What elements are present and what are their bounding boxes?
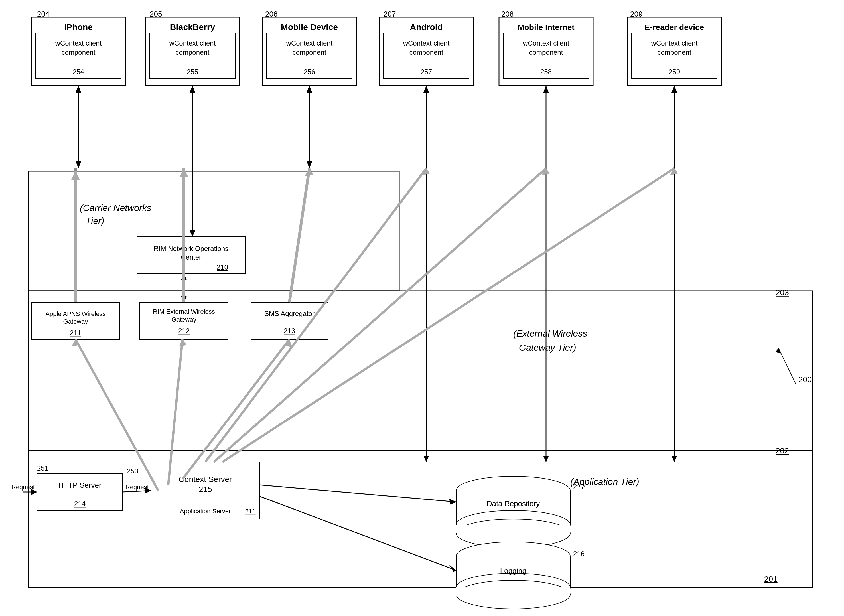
svg-text:Mobile Device: Mobile Device xyxy=(281,22,338,32)
svg-marker-108 xyxy=(423,85,429,93)
svg-text:HTTP Server: HTTP Server xyxy=(58,481,101,489)
svg-text:Apple APNS Wireless: Apple APNS Wireless xyxy=(45,310,106,317)
diagram-container: (Carrier Networks Tier) (External Wirele… xyxy=(0,0,844,616)
svg-text:(External Wireless: (External Wireless xyxy=(513,328,587,339)
svg-text:wContext client: wContext client xyxy=(651,40,698,47)
svg-text:213: 213 xyxy=(284,327,295,334)
svg-text:component: component xyxy=(62,48,95,56)
svg-text:214: 214 xyxy=(74,500,85,507)
diagram-svg: (Carrier Networks Tier) (External Wirele… xyxy=(0,0,844,616)
svg-marker-98 xyxy=(76,161,81,168)
svg-marker-13 xyxy=(775,348,781,353)
svg-text:211: 211 xyxy=(245,507,256,515)
svg-text:Tier): Tier) xyxy=(85,216,104,226)
svg-marker-101 xyxy=(190,230,195,237)
svg-marker-102 xyxy=(190,85,195,93)
svg-marker-111 xyxy=(543,85,549,93)
svg-text:206: 206 xyxy=(265,10,277,18)
svg-marker-113 xyxy=(671,456,677,462)
svg-text:wContext client: wContext client xyxy=(523,40,569,47)
svg-marker-124 xyxy=(305,168,313,176)
svg-text:wContext client: wContext client xyxy=(403,40,450,47)
svg-marker-128 xyxy=(179,339,187,346)
svg-line-125 xyxy=(76,339,158,490)
svg-line-137 xyxy=(259,485,456,502)
svg-line-139 xyxy=(259,496,456,571)
svg-text:200: 200 xyxy=(799,375,812,384)
svg-line-131 xyxy=(205,168,426,462)
svg-text:Gateway: Gateway xyxy=(171,316,196,323)
svg-text:204: 204 xyxy=(37,10,49,18)
svg-text:209: 209 xyxy=(630,10,642,18)
svg-marker-110 xyxy=(543,456,549,462)
svg-marker-105 xyxy=(306,85,312,93)
svg-text:component: component xyxy=(529,48,563,56)
svg-text:BlackBerry: BlackBerry xyxy=(170,22,215,32)
svg-text:component: component xyxy=(176,48,210,56)
svg-text:210: 210 xyxy=(217,263,228,271)
svg-text:wContext client: wContext client xyxy=(55,40,102,47)
svg-text:203: 203 xyxy=(775,288,789,297)
svg-text:254: 254 xyxy=(73,68,84,76)
svg-text:Android: Android xyxy=(410,22,443,32)
svg-text:208: 208 xyxy=(501,10,514,18)
svg-text:component: component xyxy=(293,48,327,56)
svg-marker-107 xyxy=(423,456,429,462)
svg-text:215: 215 xyxy=(199,485,212,494)
svg-text:RIM Network Operations: RIM Network Operations xyxy=(154,245,229,252)
svg-text:Application Server: Application Server xyxy=(180,507,231,515)
svg-text:wContext client: wContext client xyxy=(169,40,216,47)
svg-text:Data Repository: Data Repository xyxy=(487,499,540,508)
svg-text:258: 258 xyxy=(540,68,552,76)
svg-text:255: 255 xyxy=(187,68,198,76)
svg-text:component: component xyxy=(409,48,443,56)
svg-text:E-reader device: E-reader device xyxy=(645,23,704,32)
svg-text:256: 256 xyxy=(304,68,315,76)
svg-text:217: 217 xyxy=(573,483,585,490)
svg-text:Mobile Internet: Mobile Internet xyxy=(517,23,574,32)
svg-text:257: 257 xyxy=(421,68,432,76)
svg-text:Request: Request xyxy=(12,483,35,490)
svg-text:259: 259 xyxy=(669,68,680,76)
svg-text:wContext client: wContext client xyxy=(286,40,333,47)
svg-text:205: 205 xyxy=(150,10,162,18)
svg-marker-120 xyxy=(71,171,80,180)
svg-text:component: component xyxy=(658,48,692,56)
svg-marker-114 xyxy=(671,85,677,93)
svg-text:Logging: Logging xyxy=(500,566,527,575)
svg-text:(Carrier Networks: (Carrier Networks xyxy=(80,203,151,213)
svg-rect-85 xyxy=(456,525,570,533)
svg-text:216: 216 xyxy=(573,550,585,557)
svg-text:Context Server: Context Server xyxy=(179,475,232,484)
svg-text:Request: Request xyxy=(126,483,149,490)
svg-rect-94 xyxy=(456,588,570,596)
svg-marker-99 xyxy=(76,85,81,93)
svg-marker-104 xyxy=(306,161,312,168)
svg-line-123 xyxy=(289,168,309,302)
svg-marker-138 xyxy=(449,499,456,505)
svg-marker-122 xyxy=(180,168,188,177)
svg-text:RIM External Wireless: RIM External Wireless xyxy=(153,308,215,315)
svg-text:251: 251 xyxy=(37,464,48,472)
svg-text:211: 211 xyxy=(70,329,81,336)
svg-text:202: 202 xyxy=(775,446,789,455)
svg-text:212: 212 xyxy=(178,327,190,334)
svg-text:SMS Aggregator: SMS Aggregator xyxy=(264,310,315,317)
svg-text:iPhone: iPhone xyxy=(64,22,93,32)
svg-text:207: 207 xyxy=(384,10,396,18)
svg-text:Gateway Tier): Gateway Tier) xyxy=(519,343,576,353)
svg-text:253: 253 xyxy=(127,467,138,475)
svg-rect-0 xyxy=(28,450,813,588)
svg-text:Gateway: Gateway xyxy=(63,318,88,325)
svg-text:201: 201 xyxy=(764,575,778,584)
